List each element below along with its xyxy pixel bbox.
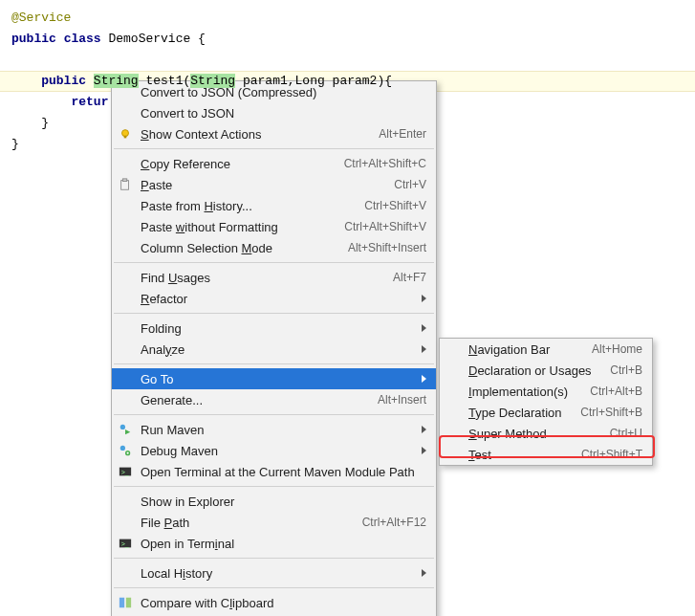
menu-item-label: Local History — [141, 566, 416, 581]
menu-shortcut: Ctrl+Shift+T — [581, 448, 642, 461]
context-menu: Convert to JSON (Compressed)Convert to J… — [111, 80, 437, 616]
menu-item-run-maven[interactable]: Run Maven — [112, 419, 436, 440]
submenu-item-navigation-bar[interactable]: Navigation BarAlt+Home — [440, 339, 652, 360]
menu-separator — [114, 587, 434, 588]
menu-item-paste-without-formatting[interactable]: Paste without FormattingCtrl+Alt+Shift+V — [112, 216, 436, 237]
menu-item-label: Type Declaration — [468, 406, 580, 420]
svg-rect-3 — [122, 179, 126, 182]
menu-item-generate[interactable]: Generate...Alt+Insert — [112, 389, 436, 410]
menu-shortcut: Ctrl+Shift+B — [580, 406, 642, 419]
menu-item-label: Refactor — [141, 292, 416, 306]
paste-icon — [118, 177, 133, 192]
menu-separator — [114, 414, 434, 415]
svg-rect-13 — [119, 598, 124, 608]
menu-item-label: Test — [468, 448, 581, 462]
menu-shortcut: Alt+Home — [592, 342, 642, 356]
submenu-item-super-method[interactable]: Super MethodCtrl+U — [440, 423, 652, 444]
menu-item-label: Compare with Clipboard — [141, 596, 426, 610]
annotation: @Service — [11, 11, 71, 25]
menu-item-show-in-explorer[interactable]: Show in Explorer — [112, 491, 436, 512]
menu-item-label: Copy Reference — [141, 157, 344, 171]
menu-shortcut: Ctrl+Alt+Shift+V — [344, 220, 426, 233]
menu-separator — [114, 262, 434, 263]
maven-debug-icon — [118, 443, 133, 458]
menu-item-analyze[interactable]: Analyze — [112, 339, 436, 360]
menu-item-paste-from-history[interactable]: Paste from History...Ctrl+Shift+V — [112, 195, 436, 216]
menu-separator — [114, 363, 434, 364]
menu-item-go-to[interactable]: Go To — [112, 368, 436, 389]
menu-shortcut: Alt+Insert — [378, 393, 426, 407]
menu-item-local-history[interactable]: Local History — [112, 562, 436, 583]
svg-text:>_: >_ — [121, 469, 129, 476]
submenu-arrow-icon — [422, 375, 426, 383]
maven-run-icon — [118, 422, 133, 437]
menu-shortcut: Alt+F7 — [393, 271, 426, 284]
menu-item-file-path[interactable]: File PathCtrl+Alt+F12 — [112, 512, 436, 533]
menu-item-label: Column Selection Mode — [141, 241, 348, 255]
menu-shortcut: Ctrl+Shift+V — [364, 199, 426, 212]
submenu-item-test[interactable]: TestCtrl+Shift+T — [440, 444, 652, 465]
menu-item-label: Paste — [141, 178, 394, 192]
submenu-item-implementation-s[interactable]: Implementation(s)Ctrl+Alt+B — [440, 381, 652, 402]
menu-separator — [114, 313, 434, 314]
menu-shortcut: Ctrl+Alt+B — [590, 385, 642, 398]
menu-item-label: Folding — [141, 321, 416, 336]
menu-item-compare-with-clipboard[interactable]: Compare with Clipboard — [112, 592, 436, 613]
menu-item-label: Implementation(s) — [468, 385, 590, 399]
menu-item-label: Run Maven — [141, 423, 416, 437]
menu-item-refactor[interactable]: Refactor — [112, 288, 436, 309]
menu-item-label: Declaration or Usages — [468, 363, 610, 378]
menu-item-open-terminal-at-the-current-maven-module-path[interactable]: >_Open Terminal at the Current Maven Mod… — [112, 461, 436, 482]
menu-shortcut: Ctrl+B — [610, 363, 642, 377]
svg-point-8 — [127, 452, 129, 454]
svg-rect-2 — [121, 181, 129, 190]
menu-item-label: Paste without Formatting — [141, 220, 344, 234]
menu-item-column-selection-mode[interactable]: Column Selection ModeAlt+Shift+Insert — [112, 237, 436, 258]
menu-item-debug-maven[interactable]: Debug Maven — [112, 440, 436, 461]
menu-item-label: Analyze — [141, 342, 416, 357]
menu-item-open-in-terminal[interactable]: >_Open in Terminal — [112, 533, 436, 554]
menu-item-label: Navigation Bar — [468, 342, 592, 357]
menu-item-label: Super Method — [468, 427, 610, 441]
submenu-arrow-icon — [422, 447, 426, 454]
menu-item-label: Go To — [141, 372, 416, 386]
menu-item-folding[interactable]: Folding — [112, 318, 436, 339]
submenu-item-declaration-or-usages[interactable]: Declaration or UsagesCtrl+B — [440, 360, 652, 381]
terminal2-icon: >_ — [118, 536, 133, 551]
svg-marker-5 — [125, 429, 130, 434]
submenu-arrow-icon — [422, 324, 426, 332]
svg-point-6 — [120, 446, 125, 451]
menu-shortcut: Ctrl+U — [610, 427, 642, 440]
terminal-icon: >_ — [118, 464, 133, 479]
menu-shortcut: Ctrl+V — [394, 178, 426, 191]
submenu-item-type-declaration[interactable]: Type DeclarationCtrl+Shift+B — [440, 402, 652, 423]
menu-item-paste[interactable]: PasteCtrl+V — [112, 174, 436, 195]
menu-item-copy-reference[interactable]: Copy ReferenceCtrl+Alt+Shift+C — [112, 153, 436, 174]
goto-submenu: Navigation BarAlt+HomeDeclaration or Usa… — [439, 338, 653, 466]
menu-item-label: Debug Maven — [141, 444, 416, 458]
menu-item-label: Paste from History... — [141, 199, 364, 213]
menu-item-label: Show in Explorer — [141, 495, 426, 509]
menu-shortcut: Ctrl+Alt+F12 — [362, 516, 426, 529]
menu-item-label: File Path — [141, 516, 362, 530]
menu-item-find-usages[interactable]: Find UsagesAlt+F7 — [112, 267, 436, 288]
submenu-arrow-icon — [422, 295, 426, 302]
menu-shortcut: Ctrl+Alt+Shift+C — [344, 157, 426, 170]
menu-shortcut: Alt+Shift+Insert — [348, 241, 426, 254]
svg-rect-14 — [126, 598, 131, 608]
menu-item-label: Open in Terminal — [141, 537, 426, 551]
svg-point-4 — [120, 425, 125, 429]
menu-separator — [114, 558, 434, 559]
menu-item-label: Open Terminal at the Current Maven Modul… — [141, 465, 426, 479]
svg-text:>_: >_ — [121, 540, 129, 548]
compare-icon — [118, 595, 133, 610]
submenu-arrow-icon — [422, 569, 426, 577]
menu-item-label: Generate... — [141, 393, 378, 407]
code-editor[interactable]: @Service public class DemoService { publ… — [0, 0, 695, 155]
submenu-arrow-icon — [422, 426, 426, 433]
submenu-arrow-icon — [422, 345, 426, 353]
menu-item-label: Find Usages — [141, 271, 393, 285]
menu-separator — [114, 486, 434, 487]
